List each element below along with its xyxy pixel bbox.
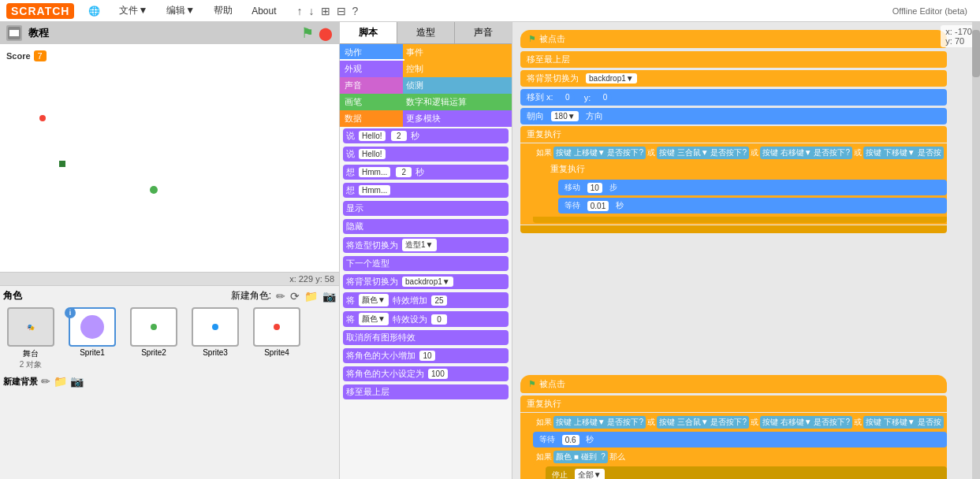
file-menu[interactable]: 文件▼ <box>114 2 152 19</box>
block-color-effect-add[interactable]: 将 颜色▼ 特效增加 25 <box>343 292 509 308</box>
script-block-2: ⚑ 被点击 重复执行 如果 按键 上移键▼ 是否按下? 或 按键 三合鼠▼ 是否… <box>520 375 947 479</box>
category-operators[interactable]: 数字和逻辑运算 <box>403 94 512 110</box>
block-hide[interactable]: 隐藏 <box>343 219 509 234</box>
script-editor: x: -170 y: 70 ⚑ 被点击 移至最上层 将背景切换为 backdro… <box>512 22 980 479</box>
category-data[interactable]: 数据 <box>340 110 403 127</box>
help-menu[interactable]: 帮助 <box>209 2 237 19</box>
upload-icon[interactable]: ↑ <box>297 5 303 17</box>
forever-header[interactable]: 重复执行 <box>520 126 947 143</box>
stop-button[interactable]: ⬤ <box>319 26 333 41</box>
block-go-front[interactable]: 移至最上层 <box>343 384 509 399</box>
hat-label-1: 被点击 <box>539 33 565 45</box>
block-switch-costume[interactable]: 将造型切换为 造型1▼ <box>343 237 509 253</box>
block-say[interactable]: 说 Hello! <box>343 147 509 162</box>
category-data-more: 数据 更多模块 <box>340 110 512 127</box>
globe-icon[interactable]: 🌐 <box>84 4 105 18</box>
or-2: 或 <box>751 147 758 158</box>
block-next-costume[interactable]: 下一个造型 <box>343 256 509 271</box>
sprite3-item[interactable]: Sprite3 <box>188 307 243 370</box>
block-backdrop-input: backdrop1▼ <box>402 277 453 287</box>
forever-bottom-1 <box>520 225 947 233</box>
if-color-block[interactable]: 如果 颜色 ■ 碰到 ? 那么 <box>533 449 947 465</box>
help-icon[interactable]: ? <box>352 5 359 17</box>
block-size-add[interactable]: 将角色的大小增加 10 <box>343 348 509 363</box>
download-icon[interactable]: ↓ <box>309 5 315 17</box>
left-panel: 教程 ⚑ ⬤ Score 7 x: 229 y: 58 角色 <box>0 22 339 479</box>
block-wait-06[interactable]: 等待 0.6 秒 <box>533 432 947 447</box>
sprite1-name: Sprite1 <box>80 348 105 357</box>
block-face-direction[interactable]: 朝向 180▼ 方向 <box>520 108 947 124</box>
category-more[interactable]: 更多模块 <box>403 110 512 127</box>
canvas-sprite-red <box>39 115 46 121</box>
script-area[interactable]: ⚑ 被点击 移至最上层 将背景切换为 backdrop1▼ 移到 x: 0 y:… <box>512 22 980 479</box>
stop-val: 全部▼ <box>575 469 605 479</box>
sprite3-thumb <box>192 307 239 347</box>
random-sprite-icon[interactable]: ⟳ <box>290 290 300 303</box>
scrollbar-thumb[interactable] <box>972 30 980 77</box>
green-flag-button[interactable]: ⚑ <box>301 24 314 42</box>
tab-sound[interactable]: 声音 <box>455 22 512 43</box>
sprite4-item[interactable]: Sprite4 <box>249 307 304 370</box>
block-think[interactable]: 想 Hmm... <box>343 183 509 198</box>
stage-sprite-item[interactable]: 🎭 舞台 2 对象 <box>3 307 58 370</box>
category-sensing[interactable]: 侦测 <box>403 77 512 94</box>
block-10: 10 <box>419 351 435 361</box>
category-looks[interactable]: 外观 <box>340 61 403 77</box>
new-sprite-text: 新建角色: <box>231 289 271 303</box>
if-block-1[interactable]: 如果 按键 上移键▼ 是否按下? 或 按键 三合鼠▼ 是否按下? 或 按键 右移… <box>533 145 947 161</box>
stage-header: 教程 ⚑ ⬤ <box>0 22 339 44</box>
category-pen[interactable]: 画笔 <box>340 94 403 110</box>
block-think-2sec[interactable]: 想 Hmm... 2 秒 <box>343 165 509 180</box>
edit-menu[interactable]: 编辑▼ <box>162 2 199 19</box>
category-events[interactable]: 事件 <box>403 44 512 61</box>
tab-costume[interactable]: 造型 <box>397 22 455 43</box>
upload-sprite-icon[interactable]: 📁 <box>304 290 318 303</box>
nested-forever-header[interactable]: 重复执行 <box>546 162 947 176</box>
new-bg-label: 新建背景 <box>3 376 38 388</box>
tab-script[interactable]: 脚本 <box>340 22 397 43</box>
block-input-2b: 2 <box>396 167 412 177</box>
sprite2-item[interactable]: Sprite2 <box>126 307 181 370</box>
shrink-icon[interactable]: ⊟ <box>337 5 346 17</box>
sprite1-item[interactable]: i Sprite1 <box>65 307 120 370</box>
paint-bg-icon[interactable]: ✏ <box>41 375 50 388</box>
nested-forever-body: 移动 10 步 等待 0.01 秒 <box>533 177 947 216</box>
if-block-2[interactable]: 如果 按键 上移键▼ 是否按下? 或 按键 三合鼠▼ 是否按下? 或 按键 右移… <box>533 414 947 430</box>
bg-folder-icon[interactable]: 📁 <box>54 375 67 388</box>
stage-controls: ⚑ ⬤ <box>301 24 333 42</box>
camera-sprite-icon[interactable]: 📷 <box>322 290 336 303</box>
key-right-2: 按键 右移键▼ 是否按下? <box>760 416 852 429</box>
camera-bg-icon[interactable]: 📷 <box>70 375 84 388</box>
block-goto-front[interactable]: 移至最上层 <box>520 51 947 68</box>
canvas-sprite-square <box>59 161 65 167</box>
category-motion[interactable]: 动作 <box>340 44 403 61</box>
category-pen-operators: 画笔 数字和逻辑运算 <box>340 94 512 110</box>
block-backdrop-switch[interactable]: 将背景切换为 backdrop1▼ <box>520 70 947 87</box>
category-sound[interactable]: 声音 <box>340 77 403 94</box>
block-say-2sec[interactable]: 说 Hello! 2 秒 <box>343 128 509 143</box>
category-control[interactable]: 控制 <box>403 61 512 77</box>
block-color-effect-set[interactable]: 将 颜色▼ 特效设为 0 <box>343 311 509 327</box>
about-menu[interactable]: About <box>247 4 281 18</box>
scrollbar-track[interactable] <box>972 22 980 479</box>
block-wait-001[interactable]: 等待 0.01 秒 <box>558 198 947 214</box>
hat-label-2: 被点击 <box>539 378 565 390</box>
block-move-10[interactable]: 移动 10 步 <box>558 180 947 195</box>
hat-2[interactable]: ⚑ 被点击 <box>520 375 947 393</box>
block-clear-effects[interactable]: 取消所有图形特效 <box>343 330 509 345</box>
forever-body-1: 如果 按键 上移键▼ 是否按下? 或 按键 三合鼠▼ 是否按下? 或 按键 右移… <box>520 143 947 225</box>
paint-sprite-icon[interactable]: ✏ <box>276 290 285 303</box>
block-goto-xy[interactable]: 移到 x: 0 y: 0 <box>520 89 947 106</box>
block-show[interactable]: 显示 <box>343 201 509 216</box>
sprite3-preview <box>212 324 218 330</box>
block-stop-all[interactable]: 停止 全部▼ <box>546 466 947 479</box>
main-layout: 教程 ⚑ ⬤ Score 7 x: 229 y: 58 角色 <box>0 22 980 479</box>
hat-1[interactable]: ⚑ 被点击 <box>520 30 947 48</box>
forever-header-2[interactable]: 重复执行 <box>520 395 947 412</box>
block-size-set[interactable]: 将角色的大小设定为 100 <box>343 366 509 381</box>
scratch-logo: SCRATCH <box>6 3 74 19</box>
block-switch-backdrop[interactable]: 将背景切换为 backdrop1▼ <box>343 274 509 289</box>
block-input-hmm2: Hmm... <box>359 185 390 195</box>
fullscreen-icon[interactable]: ⊞ <box>321 5 330 17</box>
or-1: 或 <box>647 147 655 158</box>
